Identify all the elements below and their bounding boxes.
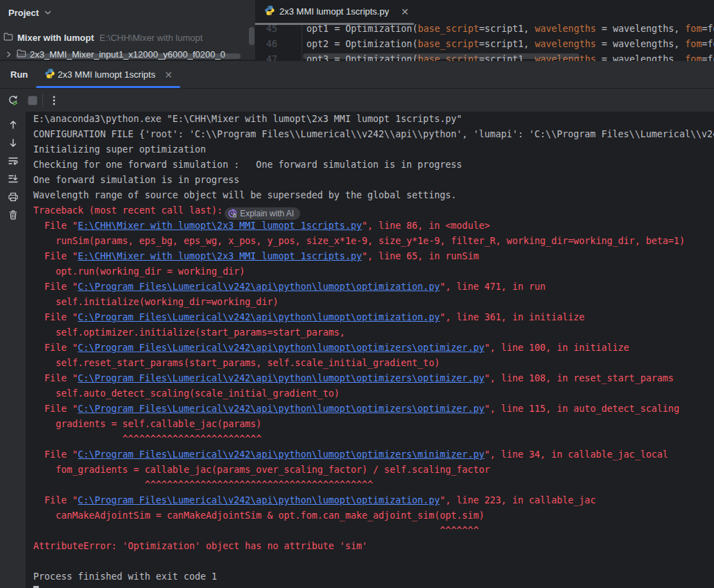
explain-with-ai-button[interactable]: Explain with AI [225,207,300,220]
editor-line-number: 46 [255,37,277,52]
top-section: Project Mixer with lumopt E:\CHH\Mixer w… [0,0,714,61]
up-stack-trace-icon[interactable] [8,119,19,130]
toolbar-separator [42,94,43,107]
console-line: File "C:\Program Files\Lumerical\v242\ap… [33,279,714,295]
console-line: File "E:\CHH\Mixer with lumopt\2x3 MMI l… [33,218,714,234]
editor-pane: 2x3 MMI lumopt 1scripts.py ✕ 454647 opt1… [255,0,714,61]
project-root-name: Mixer with lumopt [17,33,94,43]
console-line: File "C:\Program Files\Lumerical\v242\ap… [33,340,714,356]
console-line: self.optimizer.initialize(start_params=s… [33,325,714,340]
console-line: File "E:\CHH\Mixer with lumopt\2x3 MMI l… [33,249,714,264]
run-tab-active-indicator [36,86,180,88]
stack-trace-link[interactable]: C:\Program Files\Lumerical\v242\api\pyth… [78,282,439,292]
run-tool-window-title: Run [10,69,28,80]
console-line: One forward simulation is in progress [33,173,714,188]
folder-icon [3,32,13,44]
stack-trace-link[interactable]: E:\CHH\Mixer with lumopt\2x3 MMI lumopt … [78,220,362,231]
console-line: Initializing super optimization [33,142,714,157]
editor-tab-bar: 2x3 MMI lumopt 1scripts.py ✕ [255,0,714,23]
stack-trace-link[interactable]: C:\Program Files\Lumerical\v242\api\pyth… [78,373,484,383]
run-tab-title: 2x3 MMI lumopt 1scripts [58,69,155,80]
stack-trace-link[interactable]: C:\Program Files\Lumerical\v242\api\pyth… [78,343,484,353]
editor-tab[interactable]: 2x3 MMI lumopt 1scripts.py ✕ [255,0,414,23]
project-tool-window: Project Mixer with lumopt E:\CHH\Mixer w… [0,0,255,61]
console-line: ^^^^^^^ [33,524,714,539]
console-line: File "C:\Program Files\Lumerical\v242\ap… [33,310,714,325]
console-line: File "C:\Program Files\Lumerical\v242\ap… [33,401,714,417]
pycharm-window: Project Mixer with lumopt E:\CHH\Mixer w… [0,0,714,588]
stack-trace-link[interactable]: E:\CHH\Mixer with lumopt\2x3 MMI lumopt … [78,251,362,261]
run-tab[interactable]: 2x3 MMI lumopt 1scripts ✕ [36,61,181,89]
more-options-button[interactable] [49,95,60,106]
stop-button[interactable] [27,95,38,106]
console-line: ^^^^^^^^^^^^^^^^^^^^^^^^^^^^^^^^^^^^^^^^… [33,478,714,493]
project-horizontal-scrollbar[interactable] [16,53,241,59]
chevron-right-icon[interactable] [3,51,13,58]
project-title: Project [8,8,39,18]
console-line: fom_gradients = callable_jac(params_over… [33,462,714,478]
stack-trace-link[interactable]: C:\Program Files\Lumerical\v242\api\pyth… [78,404,484,414]
stack-trace-link[interactable]: C:\Program Files\Lumerical\v242\api\pyth… [78,449,484,460]
editor-code-line: opt2 = Optimization(base_script=script1,… [306,37,714,52]
project-header[interactable]: Project [0,0,255,25]
clear-all-icon[interactable] [8,209,19,220]
python-file-icon [264,5,275,18]
console-line: File "C:\Program Files\Lumerical\v242\ap… [33,493,714,508]
console-line: Wavelength range of source object will b… [33,188,714,203]
console-line: Checking for one forward simulation : On… [33,157,714,173]
soft-wrap-icon[interactable] [8,155,19,166]
editor-gutter-separator [302,21,302,61]
close-icon[interactable]: ✕ [401,7,409,17]
python-file-icon [44,68,55,81]
console-line: self.initialize(working_dir=working_dir) [33,295,714,310]
console-line: AttributeError: 'Optimization' object ha… [33,539,714,554]
rerun-button[interactable] [8,95,19,106]
console-line: File "C:\Program Files\Lumerical\v242\ap… [33,447,714,462]
editor-tab-active-indicator [255,23,414,25]
project-vertical-scrollbar[interactable] [249,27,254,45]
tree-row-root[interactable]: Mixer with lumopt E:\CHH\Mixer with lumo… [0,29,255,46]
editor-tab-title: 2x3 MMI lumopt 1scripts.py [279,6,389,17]
console-line: runSim(params, eps_bg, eps_wg, x_pos, y_… [33,234,714,249]
console-line: gradients = self.callable_jac(params) [33,417,714,432]
console-output[interactable]: E:\anaconda3\python.exe "E:\CHH\Mixer wi… [26,112,714,588]
console-area: E:\anaconda3\python.exe "E:\CHH\Mixer wi… [0,112,714,588]
stack-trace-link[interactable]: C:\Program Files\Lumerical\v242\api\pyth… [78,312,439,322]
console-line [33,554,714,569]
console-line: ^^^^^^^^^^^^^^^^^^^^^^^^^ [33,432,714,447]
editor-horizontal-scrollbar[interactable] [303,53,580,59]
run-tab-bar: Run 2x3 MMI lumopt 1scripts ✕ [0,61,714,89]
console-toolbar [0,112,26,588]
down-stack-trace-icon[interactable] [8,137,19,148]
console-line: Process finished with exit code 1 [33,569,714,585]
console-line: self.auto_detect_scaling(scale_initial_g… [33,386,714,401]
print-icon[interactable] [8,191,19,202]
project-root-path: E:\CHH\Mixer with lumopt [100,33,203,43]
ai-assistant-icon [228,209,237,218]
editor-line-number: 47 [255,52,277,61]
run-toolbar [0,89,714,112]
close-icon[interactable]: ✕ [164,70,173,80]
console-line: File "C:\Program Files\Lumerical\v242\ap… [33,371,714,386]
console-line: canMakeAdjointSim = canMakeAdjointSim & … [33,508,714,524]
scroll-to-end-icon[interactable] [8,173,19,184]
chevron-down-icon[interactable] [44,8,52,17]
stack-trace-link[interactable]: C:\Program Files\Lumerical\v242\api\pyth… [78,495,439,505]
editor-line-numbers: 454647 [255,21,277,61]
console-line: CONFIGURATION FILE {'root': 'C:\\Program… [33,127,714,142]
console-line: opt.run(working_dir = working_dir) [33,264,714,279]
console-line: Traceback (most recent call last):Explai… [33,203,714,218]
run-tool-window: Run 2x3 MMI lumopt 1scripts ✕ [0,61,714,588]
console-line: self.reset_start_params(start_params, se… [33,356,714,371]
console-line: E:\anaconda3\python.exe "E:\CHH\Mixer wi… [33,112,714,127]
